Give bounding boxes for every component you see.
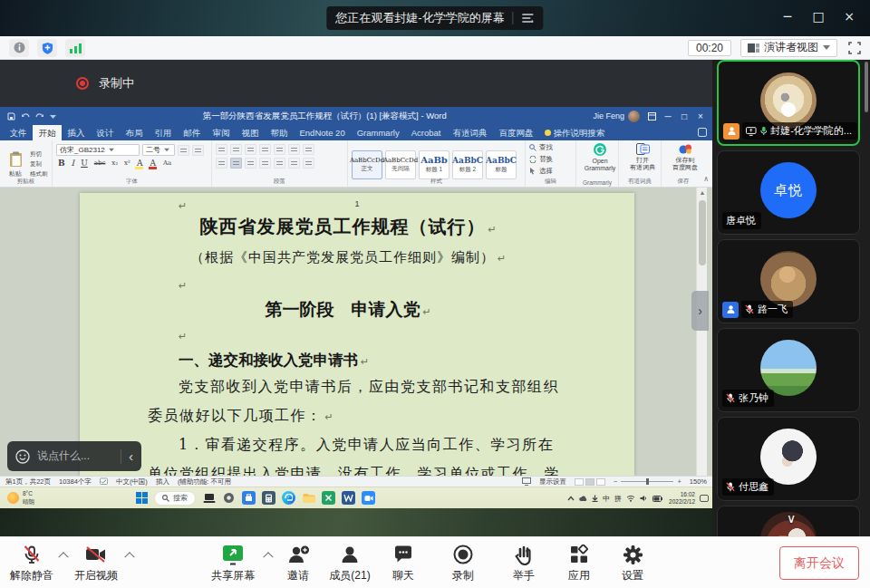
video-options-chevron[interactable] <box>126 551 135 560</box>
print-layout-icon[interactable] <box>585 478 594 486</box>
meeting-info-icon[interactable] <box>9 39 29 57</box>
start-button[interactable] <box>136 492 148 504</box>
tab-file[interactable]: 文件 <box>4 125 33 140</box>
zoom-track[interactable] <box>621 481 673 482</box>
word-account[interactable]: Jie Feng <box>593 111 640 122</box>
document-scrollbar[interactable]: ▲ <box>696 188 707 476</box>
font-name-select[interactable]: 仿宋_GB2312 <box>56 144 140 156</box>
tab-help[interactable]: 帮助 <box>265 125 294 140</box>
taskbar-file-explorer-icon[interactable] <box>302 491 315 505</box>
tab-mailings[interactable]: 邮件 <box>178 125 207 140</box>
volume-icon[interactable] <box>640 495 648 502</box>
taskbar-edge-icon[interactable] <box>282 491 295 505</box>
maximize-button[interactable]: □ <box>803 4 834 29</box>
tab-baidu[interactable]: 百度网盘 <box>493 125 539 140</box>
borders-icon[interactable] <box>303 158 314 169</box>
taskbar-search[interactable]: 搜索 <box>154 491 196 506</box>
taskbar-store-icon[interactable] <box>242 491 256 505</box>
start-video-button[interactable]: 开启视频 <box>61 544 131 583</box>
network-signal-icon[interactable] <box>65 39 85 57</box>
underline-button[interactable]: U <box>79 159 90 168</box>
word-maximize-button[interactable]: □ <box>676 108 692 124</box>
sort-icon[interactable] <box>288 144 300 155</box>
zoom-out-button[interactable]: − <box>614 477 617 486</box>
grow-font-icon[interactable] <box>178 145 189 156</box>
fullscreen-button[interactable] <box>848 42 861 54</box>
align-right-icon[interactable] <box>245 158 256 169</box>
scrollbar-thumb[interactable] <box>699 200 706 265</box>
tab-youdao[interactable]: 有道词典 <box>447 125 493 140</box>
participant-tile[interactable]: 付思鑫 <box>717 417 860 501</box>
close-button[interactable]: × <box>834 4 865 29</box>
scroll-more-chevron[interactable]: ∨ <box>787 511 796 525</box>
open-youdao-button[interactable]: 打开有道词典 <box>623 143 662 171</box>
tab-grammarly[interactable]: Grammarly <box>351 125 405 140</box>
save-to-baidu-button[interactable]: 保存到百度网盘 <box>665 143 705 171</box>
shrink-font-icon[interactable] <box>192 145 204 156</box>
sidebar-scrollbar[interactable] <box>865 62 868 112</box>
video-panel-collapse-handle[interactable]: › <box>691 291 709 331</box>
tab-tell-me[interactable]: 操作说明搜索 <box>539 125 611 140</box>
participant-tile[interactable]: 张乃钟 <box>717 328 860 412</box>
replace-button[interactable]: 替换 <box>529 155 572 164</box>
notification-center-icon[interactable] <box>700 495 709 502</box>
display-settings-label[interactable]: 显示设置 <box>539 477 566 487</box>
pilcrow-toggle-icon[interactable] <box>303 144 314 155</box>
subscript-button[interactable]: x₂ <box>110 159 120 167</box>
participant-tile-sharing[interactable]: 封婕-化学学院的... <box>717 60 860 146</box>
quick-chat-bar[interactable]: 说点什么... ‹ <box>7 441 141 471</box>
decrease-indent-icon[interactable] <box>259 144 271 155</box>
leave-meeting-button[interactable]: 离开会议 <box>779 546 859 580</box>
font-color-button[interactable]: A <box>148 159 159 168</box>
quick-access-toolbar[interactable] <box>4 112 56 120</box>
zoom-percentage[interactable]: 150% <box>690 477 707 486</box>
zoom-in-button[interactable]: + <box>677 477 681 486</box>
taskbar-meeting-icon[interactable] <box>362 491 375 505</box>
word-count[interactable]: 10384个字 <box>59 477 92 487</box>
tab-references[interactable]: 引用 <box>149 125 178 140</box>
style-heading1[interactable]: AaBb标题 1 <box>419 150 450 179</box>
ime-pinyin-indicator[interactable]: 拼 <box>614 494 622 504</box>
banner-menu-icon[interactable] <box>522 13 535 24</box>
word-document-area[interactable]: 1 ↵ 陕西省发展党员工作规程（试行）↵ （根据《中国共产党发展党员工作细则》编… <box>0 188 712 476</box>
taskbar-clock[interactable]: 16:02 2022/2/12 <box>669 491 695 506</box>
unmute-button[interactable]: 解除静音 <box>0 544 67 583</box>
tab-acrobat[interactable]: Acrobat <box>405 125 447 140</box>
ime-mode-indicator[interactable]: 中 <box>603 494 610 504</box>
find-button[interactable]: 查找 <box>529 143 572 152</box>
taskbar-excel-icon[interactable] <box>322 491 335 505</box>
word-minimize-button[interactable]: ─ <box>660 108 676 124</box>
chat-collapse-arrow[interactable]: ‹ <box>129 449 133 463</box>
tab-insert[interactable]: 插入 <box>62 125 91 140</box>
tab-view[interactable]: 视图 <box>236 125 265 140</box>
align-center-icon[interactable] <box>230 158 242 169</box>
view-mode-selector[interactable]: 演讲者视图 <box>740 39 837 57</box>
accessibility-indicator[interactable]: (辅助功能: 不可用 <box>178 477 231 487</box>
document-page[interactable]: 1 ↵ 陕西省发展党员工作规程（试行）↵ （根据《中国共产党发展党员工作细则》编… <box>80 193 634 476</box>
collapse-ribbon-icon[interactable]: ∧ <box>703 175 709 183</box>
insert-mode-indicator[interactable]: 插入 <box>156 477 169 487</box>
tab-design[interactable]: 设计 <box>91 125 120 140</box>
italic-button[interactable]: I <box>70 159 77 168</box>
numbering-icon[interactable] <box>230 144 242 155</box>
language-indicator[interactable]: 中文(中国) <box>116 477 148 487</box>
select-button[interactable]: 选择 <box>529 167 572 176</box>
settings-button[interactable]: 设置 <box>597 544 668 583</box>
emoji-smiley-icon[interactable] <box>15 449 30 464</box>
page-indicator[interactable]: 第1页，共22页 <box>5 477 51 487</box>
open-grammarly-button[interactable]: OpenGrammarly <box>580 143 620 172</box>
style-normal[interactable]: AaBbCcDd正文 <box>352 150 382 179</box>
chat-input-placeholder[interactable]: 说点什么... <box>37 448 113 464</box>
ribbon-corner-icon[interactable] <box>698 128 707 137</box>
bold-button[interactable]: B <box>56 159 67 168</box>
web-layout-icon[interactable] <box>596 478 605 486</box>
shading-icon[interactable] <box>288 158 300 169</box>
wifi-icon[interactable] <box>626 495 635 502</box>
taskbar-settings-icon[interactable] <box>222 491 236 505</box>
font-size-select[interactable]: 二号 <box>142 144 175 156</box>
style-no-spacing[interactable]: AaBbCcDd无间隔 <box>385 150 416 179</box>
strikethrough-button[interactable]: abc <box>92 159 108 167</box>
ribbon-display-options-icon[interactable] <box>643 108 660 124</box>
read-mode-icon[interactable] <box>575 478 584 486</box>
tab-layout[interactable]: 布局 <box>120 125 149 140</box>
